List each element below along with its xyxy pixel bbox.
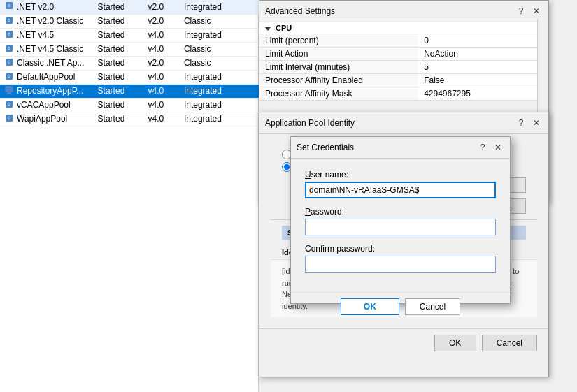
advanced-settings-help-button[interactable]: ? — [515, 5, 527, 17]
iis-table-row[interactable]: WapiAppPool Started v4.0 Integrated — [0, 112, 259, 126]
properties-table: CPU Limit (percent) 0 Limit Action NoAct… — [259, 22, 548, 101]
app-icon — [4, 71, 14, 83]
row-name-cell: vCACAppPool — [0, 98, 94, 112]
prop-row-limit-interval: Limit Interval (minutes) 5 — [259, 61, 548, 74]
iis-panel: .NET v2.0 Started v2.0 Integrated .NET v… — [0, 0, 259, 392]
row-mode-cell: Classic — [180, 14, 259, 28]
row-version-cell: v2.0 — [144, 14, 180, 28]
iis-table-row[interactable]: .NET v4.5 Started v4.0 Integrated — [0, 28, 259, 42]
prop-row-proc-affinity-mask: Processor Affinity Mask 4294967295 — [259, 87, 548, 101]
svg-point-23 — [8, 103, 10, 105]
username-label-text: U — [305, 170, 311, 180]
iis-table-row[interactable]: .NET v2.0 Started v2.0 Integrated — [0, 0, 259, 14]
iis-table-row[interactable]: Classic .NET Ap... Started v2.0 Classic — [0, 56, 259, 70]
identity-bottom-buttons: OK Cancel — [259, 328, 548, 357]
row-name-cell: .NET v2.0 — [0, 0, 94, 14]
confirm-password-input[interactable] — [305, 256, 496, 273]
password-input[interactable] — [305, 219, 496, 235]
prop-label-proc-affinity-mask: Processor Affinity Mask — [259, 87, 418, 101]
row-mode-cell: Integrated — [180, 70, 259, 84]
credentials-close-button[interactable]: ✕ — [492, 141, 504, 154]
app-icon — [4, 43, 14, 55]
prop-value-proc-affinity: False — [418, 74, 548, 87]
username-label: User name: — [305, 170, 496, 180]
credentials-controls: ? ✕ — [476, 141, 504, 154]
svg-point-11 — [8, 48, 10, 49]
app-name: RepositoryAppP... — [17, 86, 83, 96]
advanced-settings-content: CPU Limit (percent) 0 Limit Action NoAct… — [259, 22, 548, 101]
identity-controls: ? ✕ — [515, 117, 543, 129]
credentials-help-button[interactable]: ? — [476, 141, 489, 154]
prop-label-limit-interval: Limit Interval (minutes) — [259, 61, 418, 74]
chevron-down-icon — [265, 27, 271, 31]
app-icon — [4, 85, 14, 97]
row-name-cell: WapiAppPool — [0, 112, 94, 126]
svg-point-5 — [8, 20, 10, 21]
row-status-cell: Started — [94, 14, 144, 28]
credentials-body: User name: Password: Confirm password: — [291, 159, 510, 289]
row-status-cell: Started — [94, 112, 144, 126]
prop-row-proc-affinity: Processor Affinity Enabled False — [259, 74, 548, 87]
app-icon — [4, 99, 14, 111]
app-icon — [4, 29, 14, 41]
app-icon — [4, 15, 14, 27]
advanced-settings-title: Advanced Settings — [265, 6, 335, 16]
password-label-text: P — [305, 207, 311, 217]
row-status-cell: Started — [94, 70, 144, 84]
row-version-cell: v4.0 — [144, 42, 180, 56]
row-status-cell: Started — [94, 42, 144, 56]
iis-table-row[interactable]: DefaultAppPool Started v4.0 Integrated — [0, 70, 259, 84]
svg-point-8 — [8, 34, 10, 35]
row-version-cell: v2.0 — [144, 0, 180, 14]
row-version-cell: v4.0 — [144, 98, 180, 112]
row-status-cell: Started — [94, 56, 144, 70]
credentials-ok-button[interactable]: OK — [341, 298, 399, 315]
row-name-cell: DefaultAppPool — [0, 70, 94, 84]
app-icon — [4, 113, 14, 125]
row-name-cell: .NET v4.5 Classic — [0, 42, 94, 56]
row-mode-cell: Integrated — [180, 84, 259, 98]
row-name-cell: RepositoryAppP... — [0, 84, 94, 98]
iis-table-row[interactable]: vCACAppPool Started v4.0 Integrated — [0, 98, 259, 112]
dialog-set-credentials: Set Credentials ? ✕ User name: Password:… — [290, 136, 511, 304]
prop-row-limit-action: Limit Action NoAction — [259, 48, 548, 61]
row-status-cell: Started — [94, 28, 144, 42]
cpu-section-header: CPU — [259, 22, 548, 34]
confirm-password-label: Confirm password: — [305, 244, 496, 254]
username-group: User name: — [305, 170, 496, 198]
iis-table-row[interactable]: .NET v4.5 Classic Started v4.0 Classic — [0, 42, 259, 56]
svg-rect-19 — [7, 92, 11, 94]
app-name: WapiAppPool — [17, 114, 67, 124]
row-status-cell: Started — [94, 98, 144, 112]
iis-table-row[interactable]: .NET v2.0 Classic Started v2.0 Classic — [0, 14, 259, 28]
row-status-cell: Started — [94, 0, 144, 14]
prop-value-limit-interval: 5 — [418, 61, 548, 74]
username-input[interactable] — [305, 182, 496, 198]
credentials-cancel-button[interactable]: Cancel — [405, 298, 460, 315]
credentials-buttons: OK Cancel — [291, 292, 510, 321]
identity-cancel-button[interactable]: Cancel — [482, 335, 537, 351]
svg-rect-18 — [5, 86, 13, 92]
row-version-cell: v2.0 — [144, 56, 180, 70]
iis-table-row[interactable]: RepositoryAppP... Started v4.0 Integrate… — [0, 84, 259, 98]
prop-value-limit: 0 — [418, 34, 548, 48]
row-mode-cell: Integrated — [180, 112, 259, 126]
identity-help-button[interactable]: ? — [515, 117, 527, 129]
row-mode-cell: Integrated — [180, 0, 259, 14]
identity-ok-button[interactable]: OK — [434, 335, 476, 351]
app-icon — [4, 1, 14, 13]
prop-value-proc-affinity-mask: 4294967295 — [418, 87, 548, 101]
advanced-settings-close-button[interactable]: ✕ — [530, 5, 543, 17]
svg-point-2 — [8, 5, 10, 6]
credentials-titlebar: Set Credentials ? ✕ — [291, 137, 510, 159]
cpu-section-label: CPU — [276, 24, 292, 32]
row-version-cell: v4.0 — [144, 28, 180, 42]
app-name: vCACAppPool — [17, 100, 71, 110]
identity-close-button[interactable]: ✕ — [530, 117, 543, 129]
app-name: .NET v2.0 Classic — [17, 16, 83, 26]
svg-point-17 — [8, 75, 10, 77]
identity-titlebar: Application Pool Identity ? ✕ — [259, 112, 548, 134]
prop-row-limit: Limit (percent) 0 — [259, 34, 548, 48]
prop-label-limit-action: Limit Action — [259, 48, 418, 61]
prop-value-limit-action: NoAction — [418, 48, 548, 61]
